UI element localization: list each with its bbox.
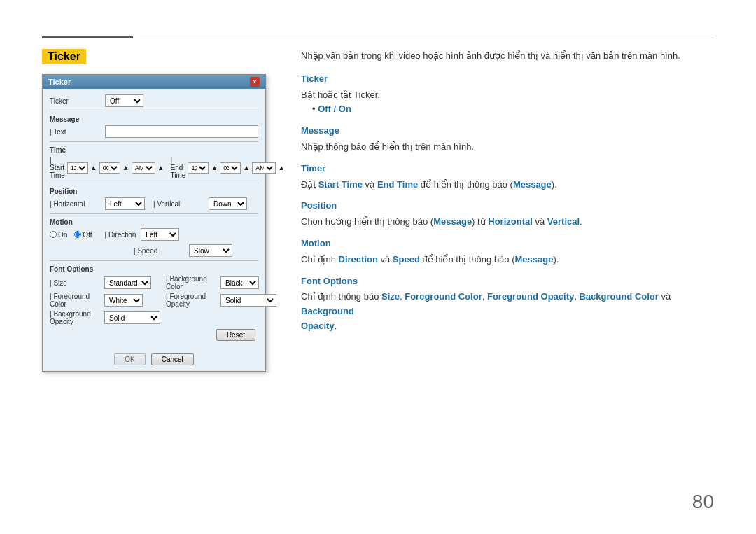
size-row: | Size StandardSmallLarge [50, 275, 160, 290]
position-section-title: Position [301, 199, 714, 213]
motion-close: ). [553, 254, 559, 265]
top-line-long [140, 38, 714, 38]
timer-section-title: Timer [301, 162, 714, 176]
position-mid: ) từ [472, 216, 488, 227]
ticker-offon-link: Off / On [318, 104, 351, 114]
timer-close: ). [552, 179, 557, 190]
motion-and: và [378, 254, 393, 265]
start-min-select[interactable]: 00 [99, 162, 120, 174]
font-bg-link: Background Color [579, 291, 658, 302]
timer-end-link: End Time [377, 179, 418, 190]
bg-opacity-select[interactable]: SolidTransparent [104, 311, 160, 324]
timer-mid: và [363, 179, 377, 190]
timer-post: để hiển thị thông báo ( [418, 179, 513, 190]
position-pre: Chon hướng hiển thị thông báo ( [301, 216, 433, 227]
position-message-link: Message [433, 216, 472, 227]
intro-text: Nhập văn bản trong khi video hoặc hình ả… [301, 49, 714, 64]
direction-label: | Direction [105, 231, 136, 239]
ticker-field-label: Ticker [50, 97, 102, 105]
font-bg-op-link: Background [301, 306, 354, 316]
motion-off-label: Off [83, 231, 92, 239]
fg-opacity-row: | Foreground Opacity SolidTransparent [166, 293, 276, 308]
bg-color-select[interactable]: BlackWhite [220, 276, 259, 289]
end-min-select[interactable]: 03 [220, 162, 241, 174]
sep1 [50, 111, 258, 111]
position-section-label: Position [50, 188, 258, 195]
timer-start-link: Start Time [318, 179, 363, 190]
motion-off-radio[interactable]: Off [74, 231, 92, 239]
text-label: | Text [50, 128, 102, 136]
dialog-titlebar: Ticker × [43, 75, 265, 89]
message-section-body: Nhập thông báo để hiển thị trên màn hình… [301, 140, 714, 155]
vertical-select[interactable]: DownUp [209, 197, 247, 210]
bg-opacity-row: | Background Opacity SolidTransparent [50, 310, 160, 325]
message-input[interactable] [105, 125, 258, 138]
fg-color-select[interactable]: WhiteBlack [104, 294, 143, 307]
time-section-label: Time [50, 146, 258, 154]
start-ampm-select[interactable]: AMPM [132, 162, 155, 174]
start-hour-select[interactable]: 12 [67, 162, 88, 174]
dialog-close-button[interactable]: × [250, 77, 260, 87]
motion-on-label: On [58, 231, 67, 239]
position-and: và [533, 216, 547, 227]
ticker-heading: Ticker [42, 49, 86, 64]
font-options-section-label: Font Options [50, 265, 258, 273]
position-section-body: Chon hướng hiển thị thông báo (Message) … [301, 215, 714, 230]
ok-button[interactable]: OK [114, 353, 145, 365]
reset-row: Reset [50, 329, 258, 341]
font-section-body: Chỉ định thông báo Size, Foreground Colo… [301, 290, 714, 333]
speed-row: | Speed SlowMediumFast [50, 244, 258, 257]
start-time-label: | Start Time [50, 156, 65, 179]
font-size-link: Size [382, 291, 400, 302]
motion-section-title: Motion [301, 237, 714, 251]
sep2 [50, 141, 258, 142]
font-opacity-link: Opacity [301, 321, 335, 331]
sep3 [50, 183, 258, 183]
fg-opacity-select[interactable]: SolidTransparent [220, 294, 276, 307]
ticker-bullet: • Off / On [312, 102, 714, 117]
end-time-label: | End Time [171, 156, 186, 179]
cancel-button[interactable]: Cancel [151, 353, 194, 365]
timer-section-body: Đặt Start Time và End Time để hiển thị t… [301, 178, 714, 192]
motion-section-body: Chỉ định Direction và Speed để hiển thị … [301, 253, 714, 267]
position-vertical-link: Vertical [547, 216, 580, 227]
dialog-footer: OK Cancel [43, 349, 265, 371]
message-row: | Text [50, 125, 258, 138]
dialog-title: Ticker [48, 78, 71, 86]
font-pre: Chỉ định thông báo [301, 291, 382, 302]
horizontal-select[interactable]: LeftRightCenter [105, 197, 145, 210]
ticker-section-title: Ticker [301, 72, 714, 87]
bg-color-label: | Background Color [166, 275, 218, 290]
speed-select[interactable]: SlowMediumFast [189, 244, 232, 257]
size-label: | Size [50, 279, 102, 287]
direction-select[interactable]: LeftRight [141, 228, 179, 241]
motion-speed-link: Speed [393, 254, 420, 265]
dialog-body: Ticker Off On Message | Text Time | Star… [43, 89, 265, 349]
end-ampm-select[interactable]: AMPM [252, 162, 276, 174]
message-section-label: Message [50, 115, 258, 123]
ticker-dialog: Ticker × Ticker Off On Message | Text [42, 74, 266, 372]
motion-on-radio[interactable]: On [50, 231, 67, 239]
reset-button[interactable]: Reset [216, 329, 255, 341]
ticker-select[interactable]: Off On [105, 94, 144, 107]
motion-row: On Off | Direction LeftRight [50, 228, 258, 241]
sep5 [50, 260, 258, 261]
position-horizontal-link: Horizontal [488, 216, 533, 227]
bg-opacity-label: | Background Opacity [50, 310, 102, 325]
timer-message-link: Message [513, 179, 552, 190]
end-hour-select[interactable]: 12 [188, 162, 209, 174]
vertical-label: | Vertical [153, 200, 206, 208]
top-line-short [42, 36, 133, 38]
right-column: Nhập văn bản trong khi video hoặc hình ả… [301, 49, 714, 341]
ticker-row: Ticker Off On [50, 94, 258, 107]
ticker-body-text: Bật hoặc tắt Ticker. [301, 90, 380, 100]
position-close: . [580, 216, 582, 227]
sep4 [50, 213, 258, 214]
font-and: và [659, 291, 671, 302]
ticker-section-body: Bật hoặc tắt Ticker. • Off / On [301, 88, 714, 118]
motion-direction-link: Direction [339, 254, 378, 265]
position-row: | Horizontal LeftRightCenter | Vertical … [50, 197, 258, 210]
fg-color-row: | Foreground Color WhiteBlack [50, 293, 160, 308]
fg-opacity-label: | Foreground Opacity [166, 293, 218, 308]
size-select[interactable]: StandardSmallLarge [104, 276, 151, 289]
